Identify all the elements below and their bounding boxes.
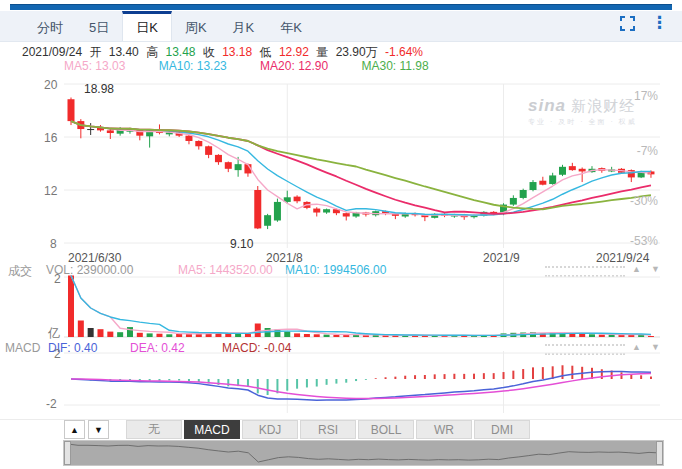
high-label: 高 (146, 45, 158, 59)
indicator-tab-boll[interactable]: BOLL (358, 420, 414, 439)
high-value: 13.48 (165, 45, 195, 59)
top-divider (10, 4, 672, 10)
indicator-tab-kdj[interactable]: KDJ (242, 420, 298, 439)
indicator-tab-row: ▲ ▼ 无 MACD KDJ RSI BOLL WR DMI (0, 419, 682, 440)
indicator-tabs: 无 MACD KDJ RSI BOLL WR DMI (126, 420, 530, 439)
ma30-value: MA30: 11.98 (362, 59, 429, 73)
pct-axis-tick: -7% (618, 144, 658, 158)
ma-values-bar: MA5: 13.03 MA10: 13.23 MA20: 12.90 MA30:… (64, 59, 459, 73)
range-handle-left[interactable] (64, 441, 71, 465)
candlestick-chart[interactable] (0, 75, 682, 255)
change-percent: -1.64% (385, 45, 423, 59)
ma20-value: MA20: 12.90 (260, 59, 328, 73)
pct-axis-tick: -53% (618, 234, 658, 248)
fullscreen-icon[interactable] (620, 16, 635, 31)
high-annotation: 18.98 (84, 82, 114, 96)
volume-value: 23.90万 (336, 45, 378, 59)
quote-date: 2021/09/24 (22, 45, 82, 59)
ma10-value: MA10: 13.23 (159, 59, 227, 73)
y-axis-tick: 8 (50, 237, 57, 251)
tab-daily-k[interactable]: 日K (122, 11, 172, 41)
pct-axis-tick: 17% (618, 89, 658, 103)
range-scrollbar[interactable] (63, 440, 664, 466)
indicator-tab-dmi[interactable]: DMI (474, 420, 530, 439)
volume-chart[interactable] (0, 268, 682, 338)
stock-chart-widget: 分时 5日 日K 周K 月K 年K ⋮ 2021/09/24 开 13.40 高… (0, 0, 682, 469)
close-label: 收 (203, 45, 215, 59)
indicator-tab-wr[interactable]: WR (416, 420, 472, 439)
indicator-tab-rsi[interactable]: RSI (300, 420, 356, 439)
open-label: 开 (89, 45, 101, 59)
volume-label: 量 (316, 45, 328, 59)
close-value: 13.18 (222, 45, 252, 59)
pct-axis-tick: -30% (618, 194, 658, 208)
indicator-tab-macd[interactable]: MACD (184, 420, 240, 439)
kebab-menu-icon[interactable]: ⋮ (651, 15, 668, 31)
y-axis-tick: 16 (44, 131, 57, 145)
toolbar-icons: ⋮ (620, 15, 668, 31)
range-minimap (64, 441, 663, 465)
low-annotation: 9.10 (230, 237, 253, 251)
tab-yearly-k[interactable]: 年K (267, 11, 315, 41)
tab-weekly-k[interactable]: 周K (172, 11, 220, 41)
scroll-down-button[interactable]: ▼ (88, 420, 109, 439)
y-axis-tick: 20 (44, 78, 57, 92)
tab-5day[interactable]: 5日 (76, 11, 122, 41)
indicator-tab-none[interactable]: 无 (126, 420, 182, 439)
x-axis-tick: 2021/9 (483, 251, 520, 265)
low-value: 12.92 (279, 45, 309, 59)
period-tabbar: 分时 5日 日K 周K 月K 年K (0, 11, 682, 42)
open-value: 13.40 (109, 45, 139, 59)
x-axis-tick: 2021/9/24 (596, 251, 649, 265)
low-label: 低 (260, 45, 272, 59)
ma5-value: MA5: 13.03 (64, 59, 125, 73)
y-axis-tick: 12 (44, 184, 57, 198)
tab-minute[interactable]: 分时 (24, 11, 76, 41)
macd-chart[interactable] (0, 349, 682, 417)
tabbar-spacer (0, 11, 24, 41)
scroll-up-button[interactable]: ▲ (64, 420, 85, 439)
range-handle-right[interactable] (656, 441, 663, 465)
tab-monthly-k[interactable]: 月K (220, 11, 268, 41)
